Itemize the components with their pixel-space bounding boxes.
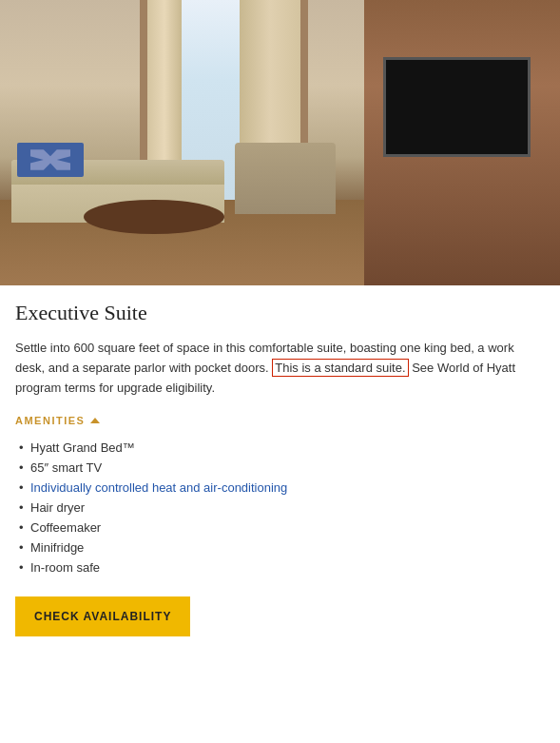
room-title: Executive Suite	[15, 301, 545, 325]
amenities-header[interactable]: AMENITIES	[15, 415, 545, 426]
list-item: Hyatt Grand Bed™	[15, 438, 545, 458]
room-image	[0, 0, 560, 285]
list-item: Coffeemaker	[15, 518, 545, 538]
check-availability-button[interactable]: CHECK AVAILABILITY	[15, 596, 190, 636]
chevron-up-icon	[90, 418, 100, 423]
list-item[interactable]: Individually controlled heat and air-con…	[15, 478, 545, 498]
amenities-list: Hyatt Grand Bed™ 65″ smart TV Individual…	[15, 438, 545, 577]
list-item: 65″ smart TV	[15, 458, 545, 478]
description-highlighted: This is a standard suite.	[272, 359, 408, 377]
list-item: Minifridge	[15, 538, 545, 557]
tv-decoration	[383, 57, 531, 157]
amenities-section: AMENITIES Hyatt Grand Bed™ 65″ smart TV …	[15, 415, 545, 577]
room-description: Settle into 600 square feet of space in …	[15, 339, 545, 398]
list-item: In-room safe	[15, 557, 545, 577]
list-item: Hair dryer	[15, 498, 545, 518]
room-content: Executive Suite Settle into 600 square f…	[0, 285, 560, 659]
amenities-label: AMENITIES	[15, 415, 85, 426]
